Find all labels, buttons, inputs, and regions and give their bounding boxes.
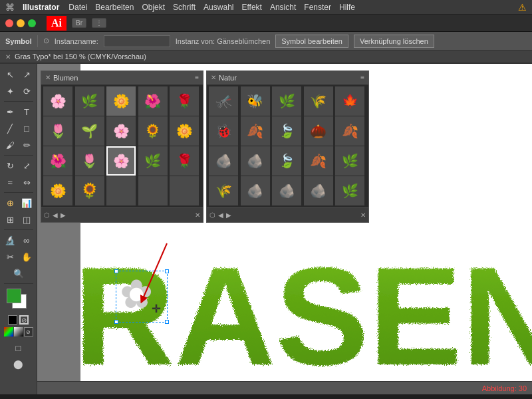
- sym-natur-4[interactable]: 🍁: [335, 86, 364, 116]
- instanzname-input[interactable]: [104, 35, 170, 47]
- sym-cell-blumen-4[interactable]: 🌹: [170, 86, 199, 116]
- blumen-prev-btn[interactable]: ◀: [53, 211, 58, 219]
- blumen-place-btn[interactable]: ⬡: [44, 211, 50, 219]
- sym-natur-15[interactable]: 🌾: [209, 176, 238, 205]
- sym-cell-blumen-19[interactable]: [170, 176, 199, 205]
- menu-effekt[interactable]: Effekt: [241, 3, 261, 12]
- blumen-next-btn[interactable]: ▶: [61, 211, 66, 219]
- blumen-delete-btn[interactable]: ✕: [195, 211, 200, 219]
- close-button[interactable]: [5, 19, 13, 27]
- scale-tool[interactable]: ⤢: [19, 158, 35, 174]
- lasso-tool[interactable]: ⟳: [19, 83, 35, 99]
- menu-ansicht[interactable]: Ansicht: [270, 3, 296, 12]
- width-tool[interactable]: ⇔: [19, 174, 35, 190]
- sym-natur-13[interactable]: 🍂: [304, 146, 333, 176]
- menu-schrift[interactable]: Schrift: [173, 3, 196, 12]
- sym-cell-blumen-10[interactable]: 🌺: [43, 146, 72, 176]
- sym-cell-blumen-11[interactable]: 🌷: [75, 146, 104, 176]
- menu-hilfe[interactable]: Hilfe: [339, 3, 355, 12]
- fill-swatch[interactable]: [7, 289, 21, 303]
- sym-cell-blumen-12-selected[interactable]: 🌸: [106, 146, 136, 176]
- paintbrush-tool[interactable]: 🖌: [2, 137, 18, 153]
- none-fill-icon[interactable]: ⊘: [24, 327, 33, 336]
- symbol-bearbeiten-button[interactable]: Symbol bearbeiten: [275, 35, 348, 48]
- blumen-menu-icon[interactable]: ≡: [195, 74, 199, 81]
- sym-natur-5[interactable]: 🐞: [209, 116, 238, 146]
- maximize-button[interactable]: [28, 19, 36, 27]
- document-tab[interactable]: ✕ Gras Typo* bei 150 % (CMYK/Vorschau): [0, 51, 532, 64]
- apple-icon[interactable]: ⌘: [5, 2, 15, 13]
- br-button[interactable]: Br: [72, 18, 86, 28]
- pen-tool[interactable]: ✒: [2, 104, 18, 120]
- sym-natur-14[interactable]: 🌿: [335, 146, 364, 176]
- draw-mode-normal[interactable]: □: [11, 340, 27, 356]
- blend-tool[interactable]: ∞: [19, 232, 35, 248]
- sym-natur-2[interactable]: 🌿: [272, 86, 301, 116]
- menu-objekt[interactable]: Objekt: [142, 3, 165, 12]
- shape-tool[interactable]: □: [19, 120, 35, 136]
- rotate-tool[interactable]: ↻: [2, 158, 18, 174]
- line-tool[interactable]: ╱: [2, 120, 18, 136]
- natur-prev-btn[interactable]: ◀: [218, 211, 223, 219]
- color-mode-icon[interactable]: [4, 327, 13, 336]
- warp-tool[interactable]: ≈: [2, 174, 18, 190]
- blumen-close-icon[interactable]: ✕: [45, 74, 51, 81]
- sym-natur-16[interactable]: 🪨: [241, 176, 270, 205]
- draw-mode-inside[interactable]: ⬤: [11, 356, 27, 372]
- sym-cell-blumen-2[interactable]: 🌼: [106, 86, 136, 116]
- view-options-button[interactable]: ⋮: [92, 18, 106, 28]
- sym-cell-blumen-16[interactable]: 🌻: [75, 176, 104, 205]
- sym-natur-12[interactable]: 🍃: [272, 146, 301, 176]
- direct-selection-tool[interactable]: ↗: [19, 66, 35, 82]
- natur-place-btn[interactable]: ⬡: [209, 211, 215, 219]
- sym-natur-3[interactable]: 🌾: [304, 86, 333, 116]
- hand-tool[interactable]: ✋: [19, 249, 35, 265]
- menu-fenster[interactable]: Fenster: [304, 3, 331, 12]
- sym-natur-1[interactable]: 🐝: [241, 86, 270, 116]
- sym-cell-blumen-17[interactable]: [106, 176, 136, 205]
- sym-cell-blumen-5[interactable]: 🌷: [43, 116, 72, 146]
- sym-cell-blumen-0[interactable]: 🌸: [43, 86, 72, 116]
- sym-cell-blumen-18[interactable]: [138, 176, 168, 205]
- symbol-sprayer-tool[interactable]: ⊕: [2, 195, 18, 211]
- sym-cell-blumen-7[interactable]: 🌸: [106, 116, 136, 146]
- default-colors-icon[interactable]: [8, 315, 17, 325]
- sym-natur-19[interactable]: 🌿: [335, 176, 364, 205]
- sym-cell-blumen-3[interactable]: 🌺: [138, 86, 168, 116]
- pencil-tool[interactable]: ✏: [19, 137, 35, 153]
- sym-cell-blumen-13[interactable]: 🌿: [138, 146, 168, 176]
- sym-cell-blumen-1[interactable]: 🌿: [75, 86, 104, 116]
- sym-natur-9[interactable]: 🍂: [335, 116, 364, 146]
- menu-auswahl[interactable]: Auswahl: [203, 3, 233, 12]
- sym-natur-10[interactable]: 🪨: [209, 146, 238, 176]
- minimize-button[interactable]: [17, 19, 25, 27]
- sym-natur-0[interactable]: 🦟: [209, 86, 238, 116]
- menu-datei[interactable]: Datei: [68, 3, 87, 12]
- natur-delete-btn[interactable]: ✕: [360, 211, 366, 219]
- gradient-swatch[interactable]: [14, 327, 23, 336]
- sym-cell-blumen-6[interactable]: 🌱: [75, 116, 104, 146]
- magic-wand-tool[interactable]: ✦: [2, 83, 18, 99]
- type-tool[interactable]: T: [19, 104, 35, 120]
- menu-bearbeiten[interactable]: Bearbeiten: [95, 3, 134, 12]
- sym-natur-7[interactable]: 🍃: [272, 116, 301, 146]
- sym-natur-17[interactable]: 🪨: [272, 176, 301, 205]
- sym-natur-6[interactable]: 🍂: [241, 116, 270, 146]
- natur-next-btn[interactable]: ▶: [226, 211, 231, 219]
- none-swatch[interactable]: ⊘: [19, 315, 29, 325]
- verknuepfung-loesen-button[interactable]: Verknüpfung löschen: [354, 35, 434, 48]
- column-graph-tool[interactable]: 📊: [19, 195, 35, 211]
- sym-natur-18[interactable]: 🪨: [304, 176, 333, 205]
- sym-cell-blumen-14[interactable]: 🌹: [170, 146, 199, 176]
- natur-menu-icon[interactable]: ≡: [360, 74, 364, 81]
- mesh-tool[interactable]: ⊞: [2, 211, 18, 227]
- scissors-tool[interactable]: ✂: [2, 249, 18, 265]
- sym-cell-blumen-9[interactable]: 🌼: [170, 116, 199, 146]
- natur-close-icon[interactable]: ✕: [211, 74, 216, 81]
- sym-natur-11[interactable]: 🪨: [241, 146, 270, 176]
- gradient-tool[interactable]: ◫: [19, 211, 35, 227]
- zoom-tool[interactable]: 🔍: [11, 265, 27, 281]
- sym-cell-blumen-15[interactable]: 🌼: [43, 176, 72, 205]
- selection-tool[interactable]: ↖: [2, 66, 18, 82]
- sym-cell-blumen-8[interactable]: 🌻: [138, 116, 168, 146]
